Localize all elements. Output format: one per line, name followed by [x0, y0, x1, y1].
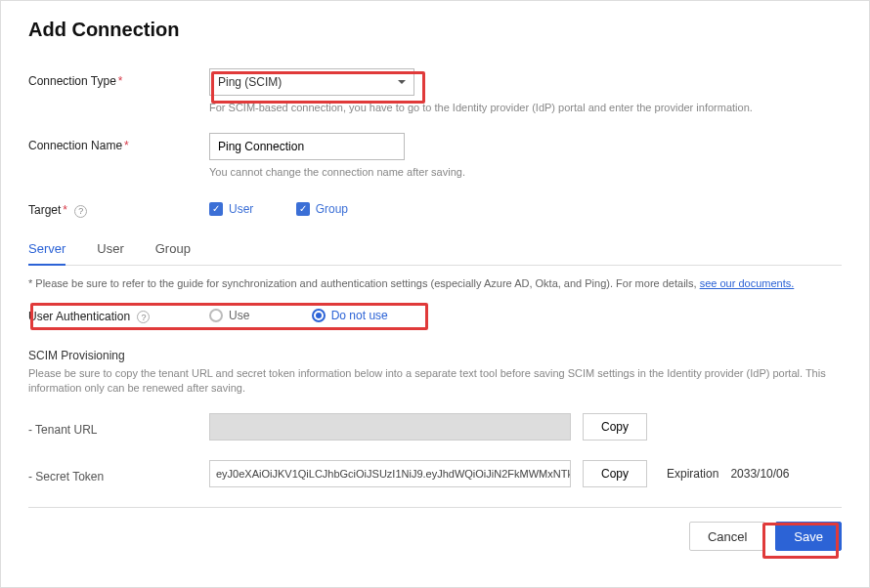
connection-type-value: Ping (SCIM) [218, 75, 282, 89]
check-icon: ✓ [209, 202, 223, 216]
tenant-url-label: - Tenant URL [28, 417, 209, 437]
help-icon[interactable]: ? [137, 311, 150, 323]
copy-token-button[interactable]: Copy [583, 460, 647, 487]
chevron-down-icon [398, 80, 406, 84]
copy-tenant-button[interactable]: Copy [583, 413, 647, 441]
connection-type-select[interactable]: Ping (SCIM) [209, 68, 414, 96]
secret-token-label: - Secret Token [28, 464, 209, 483]
scim-desc: Please be sure to copy the tenant URL an… [28, 366, 842, 397]
scim-title: SCIM Provisioning [28, 349, 842, 362]
tab-server[interactable]: Server [28, 233, 65, 266]
target-label: Target* ? [28, 197, 209, 218]
server-note: * Please be sure to refer to the guide f… [28, 277, 842, 289]
save-button[interactable]: Save [775, 522, 842, 551]
secret-token-value: eyJ0eXAiOiJKV1QiLCJhbGciOiJSUzI1NiJ9.eyJ… [209, 460, 571, 487]
target-user-checkbox[interactable]: ✓ User [209, 202, 253, 216]
cancel-button[interactable]: Cancel [689, 522, 765, 551]
connection-type-hint: For SCIM-based connection, you have to g… [209, 102, 842, 113]
user-auth-dontuse-radio[interactable]: Do not use [312, 309, 388, 322]
connection-type-label: Connection Type* [28, 68, 209, 88]
connection-name-hint: You cannot change the connection name af… [209, 166, 842, 178]
tab-group[interactable]: Group [155, 233, 191, 265]
connection-name-input[interactable] [209, 133, 405, 160]
user-auth-label: User Authentication ? [28, 310, 209, 324]
tab-bar: Server User Group [28, 233, 842, 266]
tenant-url-value [209, 413, 571, 441]
expiration-value: 2033/10/06 [730, 467, 789, 481]
page-title: Add Connection [28, 19, 842, 41]
user-auth-use-radio[interactable]: Use [209, 309, 249, 322]
help-icon[interactable]: ? [74, 205, 87, 218]
tab-user[interactable]: User [97, 233, 123, 265]
target-group-checkbox[interactable]: ✓ Group [296, 202, 348, 216]
connection-name-label: Connection Name* [28, 133, 209, 152]
see-documents-link[interactable]: see our documents. [700, 277, 795, 289]
expiration-label: Expiration [667, 467, 718, 481]
radio-icon [209, 309, 223, 322]
check-icon: ✓ [296, 202, 310, 216]
radio-icon [312, 309, 326, 322]
